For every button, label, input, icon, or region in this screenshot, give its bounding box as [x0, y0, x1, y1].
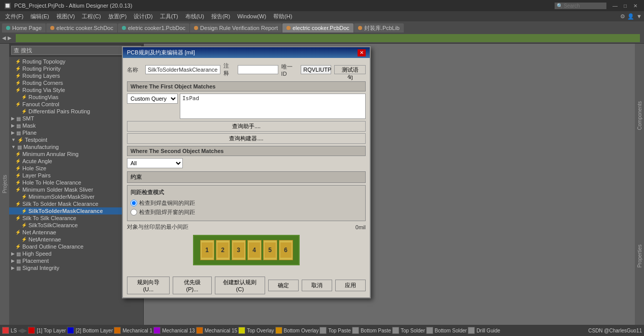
global-search-input[interactable] — [564, 3, 604, 9]
tab-pcbdoc2[interactable]: electric cooker.PcbDoc — [282, 23, 353, 33]
tab-pcblib[interactable]: 封装库.PcbLib — [354, 23, 404, 33]
top-layer-dot — [28, 327, 35, 334]
menu-design[interactable]: 设计(D) — [131, 12, 155, 21]
menu-window[interactable]: Window(W) — [234, 12, 269, 20]
ok-button[interactable]: 确定 — [268, 280, 299, 291]
menu-bar: 文件(F) 编辑(E) 视图(V) 工程(C) 放置(P) 设计(D) 工具(T… — [0, 11, 644, 21]
status-top-overlay[interactable]: Top Overlay — [238, 327, 274, 334]
status-drill-guide[interactable]: Drill Guide — [468, 327, 500, 334]
first-query-textarea[interactable]: IsPad — [180, 94, 366, 119]
bottom-paste-dot — [352, 327, 359, 334]
ls-label: LS — [11, 328, 17, 333]
tab-bar: Home Page electric cooker.SchDoc eletric… — [0, 21, 644, 33]
top-solder-dot — [392, 327, 399, 334]
title-bar-left: 🔲 PCB_Project.PrjPcb - Altium Designer (… — [4, 3, 132, 9]
constraints-header: 约束 — [127, 171, 366, 183]
status-bottom-overlay[interactable]: Bottom Overlay — [275, 327, 319, 334]
status-ls[interactable]: LS — [2, 327, 17, 334]
status-bottom-paste[interactable]: Bottom Paste — [352, 327, 391, 334]
apply-button[interactable]: 应用 — [335, 280, 366, 291]
second-query-select[interactable]: All — [127, 158, 183, 168]
first-query-row: Custom Query IsPad — [127, 94, 366, 119]
test-button[interactable]: 测试语句 — [334, 65, 366, 74]
status-bottom-layer[interactable]: [2] Bottom Layer — [67, 327, 113, 334]
radio-solder-mask[interactable] — [131, 209, 137, 216]
query-type-select[interactable]: Custom Query — [127, 94, 178, 104]
app-icon: 🔲 — [4, 3, 11, 9]
pcb-pad-6: 6 — [279, 240, 293, 260]
name-field-label: 名称 — [127, 66, 142, 74]
status-mech15[interactable]: Mechanical 15 — [196, 327, 237, 334]
ls-dot — [2, 327, 9, 334]
rule-wizard-button[interactable]: 规则向导 (U... — [127, 277, 170, 294]
query-builder-button[interactable]: 查询构建器.... — [127, 133, 366, 144]
first-object-header: Where The First Object Matches — [127, 81, 366, 91]
tab-pcbdoc1[interactable]: eletric cooker1.PcbDoc — [118, 23, 189, 33]
radio-label-2: 检查到阻焊开窗的间距 — [139, 208, 195, 216]
bottom-layer-dot — [67, 327, 74, 334]
uid-label: 唯一ID — [281, 63, 298, 77]
tab-home[interactable]: Home Page — [2, 23, 46, 33]
priority-button[interactable]: 优先级 (P)... — [173, 277, 212, 294]
search-icon: 🔍 — [557, 3, 563, 9]
pcb-pad-4: 4 — [247, 240, 262, 260]
status-bottom-solder[interactable]: Bottom Solder — [426, 327, 467, 334]
properties-label: Properties — [637, 245, 642, 268]
menu-file[interactable]: 文件(F) — [2, 12, 26, 21]
dialog-title-text: PCB规则及约束编辑器 [mil] — [127, 49, 195, 56]
menu-view[interactable]: 视图(V) — [53, 12, 78, 21]
status-top-paste[interactable]: Top Paste — [319, 327, 350, 334]
top-overlay-label: Top Overlay — [247, 328, 274, 333]
menu-edit[interactable]: 编辑(E) — [27, 12, 52, 21]
pcb-visual: 1 2 3 4 5 6 — [193, 235, 300, 265]
mech13-dot — [153, 327, 160, 334]
status-bar: LS ◀▶ [1] Top Layer [2] Bottom Layer Mec… — [0, 325, 644, 336]
watermark: CSDN @CharlesGuo11 — [588, 327, 642, 334]
tab-drc[interactable]: Design Rule Verification Report — [190, 23, 282, 33]
status-top-layer[interactable]: [1] Top Layer — [28, 327, 66, 334]
mech15-dot — [196, 327, 203, 334]
menu-tools[interactable]: 工具(T) — [157, 12, 181, 21]
radio-label-1: 检查到焊盘铜间的间距 — [139, 199, 195, 207]
menu-place[interactable]: 放置(P) — [105, 12, 130, 21]
tab-schdoc[interactable]: electric cooker.SchDoc — [46, 23, 117, 33]
status-top-solder[interactable]: Top Solder — [392, 327, 425, 334]
uid-value: RQVLIUTP — [301, 65, 331, 74]
dialog-footer: 规则向导 (U... 优先级 (P)... 创建默认规则 (C) 确定 取消 应… — [123, 273, 370, 297]
bottom-solder-label: Bottom Solder — [435, 328, 467, 333]
top-layer-label: [1] Top Layer — [37, 328, 66, 333]
dialog-title-bar: PCB规则及约束编辑器 [mil] ✕ — [123, 47, 370, 58]
title-bar: 🔲 PCB_Project.PrjPcb - Altium Designer (… — [0, 0, 644, 11]
dialog-close-button[interactable]: ✕ — [358, 49, 366, 56]
status-mech13[interactable]: Mechanical 13 — [153, 327, 195, 334]
dialog-body: 名称 注释 唯一ID RQVLIUTP 测试语句 Where The First… — [123, 58, 370, 273]
cancel-button[interactable]: 取消 — [302, 280, 332, 291]
maximize-button[interactable]: □ — [621, 1, 630, 10]
footer-left-buttons: 规则向导 (U... 优先级 (P)... 创建默认规则 (C) — [127, 277, 265, 294]
clearance-row: 对象与丝印层的最小间距 0mil — [127, 223, 366, 231]
query-helper-button[interactable]: 查询助手.... — [127, 121, 366, 132]
menu-project[interactable]: 工程(C) — [79, 12, 104, 21]
check-mode-label: 间距检查模式 — [131, 189, 362, 196]
pcb-pad-3: 3 — [232, 240, 246, 260]
menu-reports[interactable]: 报告(R) — [208, 12, 233, 21]
radio-pad-copper[interactable] — [131, 200, 137, 206]
drill-guide-label: Drill Guide — [476, 328, 500, 333]
top-paste-label: Top Paste — [328, 328, 350, 333]
radio-row-2: 检查到阻焊开窗的间距 — [131, 208, 362, 216]
name-row: 名称 注释 唯一ID RQVLIUTP 测试语句 — [127, 62, 366, 77]
rule-name-input[interactable] — [145, 65, 220, 74]
menu-help[interactable]: 帮助(H) — [270, 12, 295, 21]
menu-route[interactable]: 布线(U) — [182, 12, 207, 21]
bottom-paste-label: Bottom Paste — [361, 328, 391, 333]
clearance-value: 0mil — [356, 224, 366, 230]
title-controls: — □ ✕ — [610, 1, 640, 10]
bottom-overlay-dot — [275, 327, 282, 334]
close-button[interactable]: ✕ — [631, 1, 640, 10]
comment-input[interactable] — [238, 65, 278, 74]
query-buttons: 查询助手.... 查询构建器.... — [127, 121, 366, 144]
mech1-label: Mechanical 1 — [122, 328, 152, 333]
minimize-button[interactable]: — — [610, 1, 620, 10]
create-default-rules-button[interactable]: 创建默认规则 (C) — [215, 277, 265, 294]
status-mech1[interactable]: Mechanical 1 — [114, 327, 152, 334]
